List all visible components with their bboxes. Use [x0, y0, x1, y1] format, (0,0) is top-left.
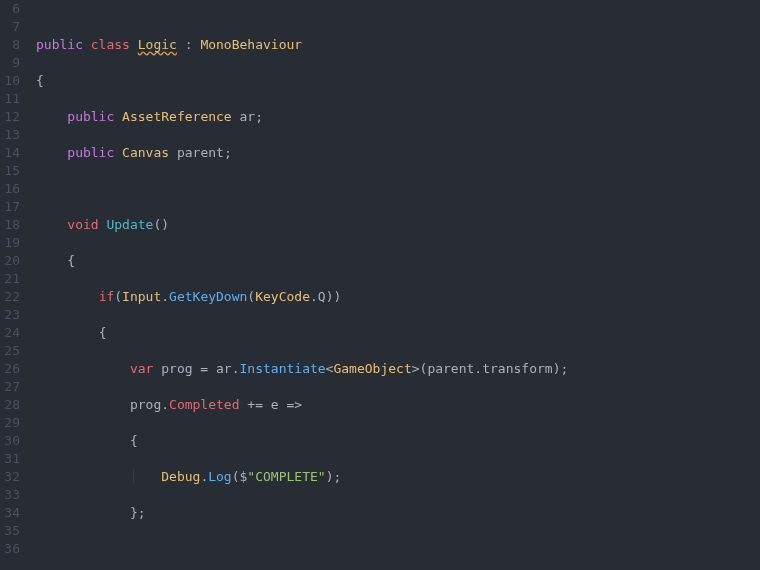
ident-parent: parent: [427, 361, 474, 376]
lambda-param: e: [271, 397, 279, 412]
code-line[interactable]: prog.Completed += e =>: [36, 396, 760, 414]
line-number: 25: [4, 342, 20, 360]
line-number: 28: [4, 396, 20, 414]
line-number: 23: [4, 306, 20, 324]
method-log: Log: [208, 469, 231, 484]
line-number: 20: [4, 252, 20, 270]
equals: =: [193, 361, 216, 376]
line-number: 17: [4, 198, 20, 216]
brace: {: [67, 253, 75, 268]
field-name: ar: [240, 109, 256, 124]
code-line[interactable]: };: [36, 504, 760, 522]
class-name: Logic: [138, 37, 177, 52]
semicolon: ;: [560, 361, 568, 376]
line-number: 9: [4, 54, 20, 72]
keyword-public: public: [67, 145, 114, 160]
enum-value: Q: [318, 289, 326, 304]
line-number: 11: [4, 90, 20, 108]
operator: +=: [240, 397, 271, 412]
code-line[interactable]: void Update(): [36, 216, 760, 234]
code-line[interactable]: public AssetReference ar;: [36, 108, 760, 126]
base-type: MonoBehaviour: [200, 37, 302, 52]
code-line[interactable]: public class Logic : MonoBehaviour: [36, 36, 760, 54]
colon: :: [177, 37, 200, 52]
dot: .: [310, 289, 318, 304]
dot: .: [161, 397, 169, 412]
keyword-if: if: [99, 289, 115, 304]
paren: (: [247, 289, 255, 304]
code-line[interactable]: │ Debug.Log($"COMPLETE");: [36, 468, 760, 486]
semicolon: ;: [224, 145, 232, 160]
line-number: 18: [4, 216, 20, 234]
keyword-class: class: [91, 37, 130, 52]
line-number: 34: [4, 504, 20, 522]
code-line[interactable]: var prog = ar.Instantiate<GameObject>(pa…: [36, 360, 760, 378]
code-editor: 6 7 8 9 10 11 12 13 14 15 16 17 18 19 20…: [0, 0, 760, 570]
ident-ar: ar: [216, 361, 232, 376]
dot: .: [474, 361, 482, 376]
paren: (: [232, 469, 240, 484]
class-input: Input: [122, 289, 161, 304]
line-number: 10: [4, 72, 20, 90]
field-name: parent: [177, 145, 224, 160]
code-line[interactable]: public Canvas parent;: [36, 144, 760, 162]
keyword-var: var: [130, 361, 153, 376]
line-number: 36: [4, 540, 20, 558]
line-number: 16: [4, 180, 20, 198]
line-number: 29: [4, 414, 20, 432]
generic-type: GameObject: [333, 361, 411, 376]
code-line[interactable]: {: [36, 432, 760, 450]
code-line[interactable]: [36, 180, 760, 198]
line-number: 12: [4, 108, 20, 126]
type: AssetReference: [122, 109, 232, 124]
indent-guide: │: [130, 469, 138, 484]
prop-completed: Completed: [169, 397, 239, 412]
semicolon: ;: [333, 469, 341, 484]
line-number: 7: [4, 18, 20, 36]
enum-keycode: KeyCode: [255, 289, 310, 304]
angle: >: [412, 361, 420, 376]
line-number: 22: [4, 288, 20, 306]
line-number: 31: [4, 450, 20, 468]
code-content[interactable]: public class Logic : MonoBehaviour { pub…: [28, 0, 760, 570]
line-number: 21: [4, 270, 20, 288]
line-number: 13: [4, 126, 20, 144]
code-line[interactable]: {: [36, 252, 760, 270]
type: Canvas: [122, 145, 169, 160]
line-number: 8: [4, 36, 20, 54]
line-number: 14: [4, 144, 20, 162]
code-line[interactable]: {: [36, 72, 760, 90]
code-line[interactable]: if(Input.GetKeyDown(KeyCode.Q)): [36, 288, 760, 306]
line-number: 26: [4, 360, 20, 378]
code-line[interactable]: [36, 540, 760, 558]
line-number: 30: [4, 432, 20, 450]
line-number: 24: [4, 324, 20, 342]
line-number: 19: [4, 234, 20, 252]
brace: };: [130, 505, 146, 520]
line-number: 15: [4, 162, 20, 180]
line-number: 6: [4, 0, 20, 18]
dot: .: [161, 289, 169, 304]
line-number: 32: [4, 468, 20, 486]
code-line[interactable]: {: [36, 324, 760, 342]
keyword-void: void: [67, 217, 98, 232]
brace: {: [36, 73, 44, 88]
brace: {: [130, 433, 138, 448]
prop-transform: transform: [482, 361, 552, 376]
line-number: 33: [4, 486, 20, 504]
var-name: prog: [161, 361, 192, 376]
line-number: 35: [4, 522, 20, 540]
method-name: Update: [106, 217, 153, 232]
keyword-public: public: [67, 109, 114, 124]
brace: {: [99, 325, 107, 340]
class-debug: Debug: [161, 469, 200, 484]
keyword-public: public: [36, 37, 83, 52]
ident-prog: prog: [130, 397, 161, 412]
paren: (: [114, 289, 122, 304]
string-literal: "COMPLETE": [247, 469, 325, 484]
arrow: =>: [279, 397, 302, 412]
parens: (): [153, 217, 169, 232]
method-call: GetKeyDown: [169, 289, 247, 304]
line-number-gutter: 6 7 8 9 10 11 12 13 14 15 16 17 18 19 20…: [0, 0, 28, 570]
line-number: 27: [4, 378, 20, 396]
